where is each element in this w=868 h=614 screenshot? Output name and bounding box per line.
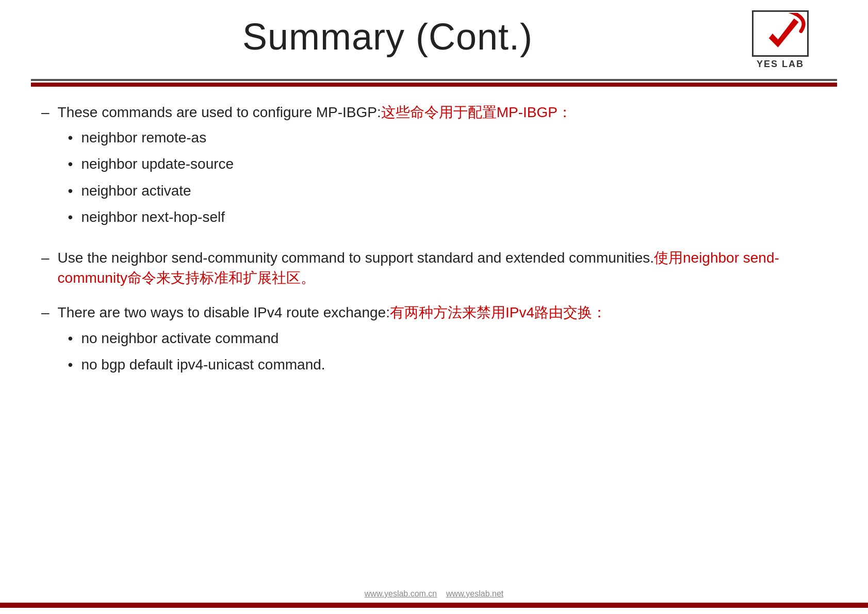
logo-text: YES LAB bbox=[757, 59, 804, 70]
logo-box bbox=[752, 10, 809, 57]
sub-bullets-1: • neighbor remote-as • neighbor update-s… bbox=[58, 127, 572, 227]
content-area: – These commands are used to configure M… bbox=[0, 87, 868, 584]
footer: www.yeslab.com.cn www.yeslab.net bbox=[0, 584, 868, 614]
divider-top bbox=[31, 79, 837, 81]
bullet-item-3: – There are two ways to disable IPv4 rou… bbox=[41, 302, 827, 381]
sub-bullet-3-1: • no neighbor activate command bbox=[68, 328, 607, 348]
dot-1-3: • bbox=[68, 181, 73, 201]
bullet-1-red: 这些命令用于配置MP-IBGP： bbox=[381, 104, 572, 120]
sub-bullet-text-3-1: no neighbor activate command bbox=[81, 328, 279, 348]
slide-title: Summary (Cont.) bbox=[242, 15, 533, 58]
dash-3: – bbox=[41, 302, 50, 322]
bullet-3-red: 有两种方法来禁用IPv4路由交换： bbox=[390, 304, 607, 320]
divider-red bbox=[31, 83, 837, 87]
footer-link1[interactable]: www.yeslab.com.cn bbox=[365, 589, 437, 598]
dot-3-1: • bbox=[68, 328, 73, 348]
sub-bullet-text-1-3: neighbor activate bbox=[81, 181, 191, 201]
sub-bullet-text-1-2: neighbor update-source bbox=[81, 154, 234, 174]
logo-area: YES LAB bbox=[734, 10, 827, 70]
logo-svg bbox=[755, 13, 806, 54]
sub-bullets-3: • no neighbor activate command • no bgp … bbox=[58, 328, 607, 375]
bullet-1-text: These commands are used to configure MP-… bbox=[58, 102, 572, 122]
dash-2: – bbox=[41, 248, 50, 268]
divider bbox=[0, 70, 868, 87]
dot-1-1: • bbox=[68, 127, 73, 148]
bullet-2-content: Use the neighbor send-community command … bbox=[58, 248, 827, 288]
bullet-3-text: There are two ways to disable IPv4 route… bbox=[58, 302, 607, 322]
footer-bar bbox=[0, 603, 868, 608]
dot-1-2: • bbox=[68, 154, 73, 174]
sub-bullet-1-3: • neighbor activate bbox=[68, 181, 572, 201]
title-area: Summary (Cont.) bbox=[41, 15, 734, 58]
svg-marker-0 bbox=[769, 19, 799, 47]
dot-1-4: • bbox=[68, 207, 73, 227]
dot-3-2: • bbox=[68, 354, 73, 375]
bullet-2-black: Use the neighbor send-community command … bbox=[58, 250, 654, 266]
sub-bullet-1-1: • neighbor remote-as bbox=[68, 127, 572, 148]
header: Summary (Cont.) YES LAB bbox=[0, 0, 868, 70]
bullet-3-black: There are two ways to disable IPv4 route… bbox=[58, 304, 390, 320]
bullet-1-black: These commands are used to configure MP-… bbox=[58, 104, 381, 120]
bullet-item-1: – These commands are used to configure M… bbox=[41, 102, 827, 233]
sub-bullet-3-2: • no bgp default ipv4-unicast command. bbox=[68, 354, 607, 375]
sub-bullet-text-1-4: neighbor next-hop-self bbox=[81, 207, 225, 227]
slide-container: Summary (Cont.) YES LAB – bbox=[0, 0, 868, 614]
bullet-item-2: – Use the neighbor send-community comman… bbox=[41, 248, 827, 288]
bullet-1-content: These commands are used to configure MP-… bbox=[58, 102, 572, 233]
sub-bullet-1-4: • neighbor next-hop-self bbox=[68, 207, 572, 227]
sub-bullet-text-1-1: neighbor remote-as bbox=[81, 127, 206, 148]
bullet-3-content: There are two ways to disable IPv4 route… bbox=[58, 302, 607, 381]
footer-link2[interactable]: www.yeslab.net bbox=[446, 589, 503, 598]
sub-bullet-1-2: • neighbor update-source bbox=[68, 154, 572, 174]
sub-bullet-text-3-2: no bgp default ipv4-unicast command. bbox=[81, 354, 325, 375]
dash-1: – bbox=[41, 102, 50, 122]
